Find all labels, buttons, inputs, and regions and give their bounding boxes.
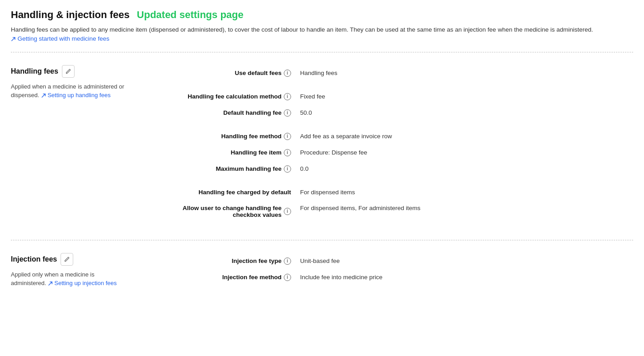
handling-fees-left: Handling fees Applied when a medicine is… [11,65,155,223]
info-icon: i [284,109,291,117]
injection-fees-description: Applied only when a medicine is administ… [11,270,146,288]
info-icon: i [284,165,291,173]
field-value: Fixed fee [296,93,567,100]
field-label: Injection fee typei [160,258,296,265]
field-row: Maximum handling feei0.0 [160,161,567,177]
pencil-icon [65,68,71,75]
field-row: Injection fee methodiInclude fee into me… [160,269,567,286]
field-label: Handling fee methodi [160,133,296,140]
injection-fees-fields: Injection fee typeiUnit-based feeInjecti… [160,253,567,286]
field-value: Add fee as a separate invoice row [296,133,567,140]
field-label: Handling fee charged by default [160,189,296,196]
field-value: Handling fees [296,70,567,76]
handling-fees-setup-link[interactable]: Setting up handling fees [47,91,111,100]
field-spacer [160,81,567,89]
field-value: Include fee into medicine price [296,274,567,281]
handling-fees-heading: Handling fees [11,65,146,78]
field-row: Use default feesiHandling fees [160,65,567,81]
field-value: For dispensed items, For administered it… [296,205,567,211]
field-value: Unit-based fee [296,258,567,264]
field-value: 50.0 [296,109,567,116]
injection-fees-right: Injection fee typeiUnit-based feeInjecti… [155,253,633,288]
injection-fees-setup-link[interactable]: Setting up injection fees [54,279,117,288]
field-row: Default handling feei50.0 [160,105,567,121]
field-row: Injection fee typeiUnit-based fee [160,253,567,269]
page-title: Handling & injection fees [11,9,130,21]
info-icon: i [284,208,291,215]
field-value: 0.0 [296,165,567,172]
field-label: Use default feesi [160,70,296,77]
injection-fees-edit-button[interactable] [61,253,73,266]
handling-fees-edit-button[interactable] [62,65,75,78]
field-row: Handling fee itemiProcedure: Dispense fe… [160,145,567,161]
handling-fees-description: Applied when a medicine is administered … [11,82,146,100]
updated-badge: Updated settings page [137,9,244,21]
field-value: Procedure: Dispense fee [296,149,567,156]
info-icon: i [284,133,291,140]
field-row: Allow user to change handling feecheckbo… [160,200,567,223]
injection-fees-heading: Injection fees [11,253,146,266]
info-icon: i [284,93,291,100]
injection-fees-title: Injection fees [11,255,57,263]
field-spacer [160,177,567,184]
field-row: Handling fee methodiAdd fee as a separat… [160,128,567,145]
handling-fees-fields: Use default feesiHandling feesHandling f… [160,65,567,223]
field-label: Maximum handling feei [160,165,296,173]
field-value: For dispensed items [296,189,567,196]
injection-external-icon [48,281,53,286]
handling-external-icon [41,93,46,98]
field-label: Injection fee methodi [160,274,296,281]
info-icon: i [284,258,291,265]
page-header: Handling & injection fees Updated settin… [11,9,633,21]
external-link-icon [11,37,16,42]
handling-fees-right: Use default feesiHandling feesHandling f… [155,65,633,223]
getting-started-link[interactable]: Getting started with medicine fees [18,34,109,43]
injection-fees-section: Injection fees Applied only when a medic… [11,248,633,297]
field-label: Handling fee calculation methodi [160,93,296,100]
field-row: Handling fee calculation methodiFixed fe… [160,89,567,105]
section-divider-middle [11,240,633,240]
field-label: Default handling feei [160,109,296,117]
pencil-icon-injection [64,256,70,262]
field-label: Allow user to change handling feecheckbo… [160,205,296,218]
field-label: Handling fee itemi [160,149,296,156]
info-icon: i [284,274,291,281]
handling-fees-section: Handling fees Applied when a medicine is… [11,61,633,232]
field-row: Handling fee charged by defaultFor dispe… [160,184,567,200]
injection-fees-left: Injection fees Applied only when a medic… [11,253,155,288]
info-icon: i [284,70,291,77]
section-divider-top [11,52,633,52]
info-icon: i [284,149,291,156]
intro-description: Handling fees can be applied to any medi… [11,25,633,44]
field-spacer [160,121,567,128]
handling-fees-title: Handling fees [11,67,58,75]
